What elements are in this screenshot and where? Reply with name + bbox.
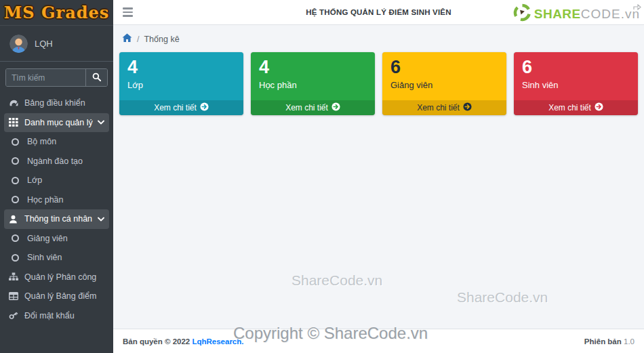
- stat-card-courses: 4 Học phần Xem chi tiết: [251, 52, 375, 115]
- home-icon[interactable]: [122, 33, 132, 45]
- circle-outline-icon: [12, 177, 27, 184]
- breadcrumb-separator: /: [137, 35, 139, 44]
- sidebar-item-major[interactable]: Ngành đào tạo: [4, 152, 109, 171]
- circle-outline-icon: [12, 138, 27, 146]
- circle-outline-icon: [12, 196, 27, 203]
- sidebar-item-course[interactable]: Học phần: [4, 190, 109, 210]
- view-details-link[interactable]: Xem chi tiết: [382, 100, 506, 115]
- breadcrumb-page: Thống kê: [144, 35, 179, 44]
- sidebar-item-label: Quản lý Bảng điểm: [24, 291, 96, 301]
- stat-label: Giảng viên: [390, 80, 498, 90]
- sidebar-item-assignment-management[interactable]: Quản lý Phân công: [4, 268, 109, 287]
- sidebar-item-label: Bảng điều khiển: [24, 98, 85, 108]
- search-icon: [92, 72, 101, 83]
- user-icon: [9, 215, 24, 224]
- version-text: Phiên bản 1.0: [584, 337, 635, 346]
- arrow-circle-right-icon: [200, 102, 209, 113]
- lqhresearch-link[interactable]: LqhResearch.: [192, 337, 243, 346]
- copyright-text: Bản quyền © 2022 LqhResearch.: [123, 337, 244, 346]
- stat-card-classes: 4 Lớp Xem chi tiết: [119, 52, 243, 115]
- watermark-text: ShareCode.vn: [457, 289, 548, 306]
- brand[interactable]: MS Grades: [0, 0, 113, 26]
- sidebar-item-category-management[interactable]: Danh mục quản lý: [4, 113, 109, 133]
- footer: Bản quyền © 2022 LqhResearch. Phiên bản …: [113, 329, 644, 353]
- stat-label: Học phần: [259, 80, 367, 90]
- tachometer-icon: [9, 99, 24, 108]
- view-details-link[interactable]: Xem chi tiết: [119, 100, 243, 115]
- chevron-down-icon: [98, 217, 104, 222]
- view-details-link[interactable]: Xem chi tiết: [514, 100, 638, 115]
- sidebar-item-label: Giảng viên: [27, 234, 68, 243]
- stat-label: Lớp: [127, 80, 235, 90]
- user-avatar: [9, 35, 28, 53]
- sidebar-item-personal-info[interactable]: Thông tin cá nhân: [4, 209, 109, 229]
- chevron-down-icon: [98, 120, 104, 125]
- sidebar-item-dashboard[interactable]: Bảng điều khiển: [4, 94, 109, 113]
- sidebar-item-label: Danh mục quản lý: [24, 118, 93, 127]
- circle-outline-icon: [12, 157, 27, 165]
- sidebar-item-gradebook-management[interactable]: Quản lý Bảng điểm: [4, 287, 109, 306]
- stat-label: Sinh viên: [522, 80, 630, 90]
- circle-outline-icon: [12, 254, 27, 262]
- search-input[interactable]: [6, 69, 85, 86]
- stat-value: 6: [390, 57, 498, 78]
- stat-card-lecturers: 6 Giảng viên Xem chi tiết: [382, 52, 506, 115]
- sidebar-item-label: Bộ môn: [27, 137, 56, 146]
- stat-card-students: 6 Sinh viên Xem chi tiết: [514, 52, 638, 115]
- stat-value: 4: [127, 57, 235, 78]
- app-title: HỆ THỐNG QUẢN LÝ ĐIỂM SINH VIÊN: [113, 8, 644, 16]
- arrow-circle-right-icon: [463, 102, 472, 113]
- grid-icon: [9, 118, 24, 127]
- sidebar-menu: Bảng điều khiển Danh mục quản lý Bộ môn: [0, 91, 113, 328]
- user-name: LQH: [35, 39, 53, 49]
- arrow-circle-right-icon: [331, 102, 340, 113]
- sidebar-toggle-button[interactable]: [121, 5, 134, 20]
- sidebar: MS Grades LQH: [0, 0, 113, 353]
- table-icon: [9, 292, 24, 300]
- circle-outline-icon: [12, 234, 27, 242]
- top-navbar: HỆ THỐNG QUẢN LÝ ĐIỂM SINH VIÊN: [113, 0, 644, 25]
- sidebar-item-lecturer[interactable]: Giảng viên: [4, 229, 109, 249]
- sidebar-item-change-password[interactable]: Đổi mật khẩu: [4, 306, 109, 326]
- sidebar-item-label: Quản lý Phân công: [24, 272, 96, 282]
- user-panel[interactable]: LQH: [0, 26, 113, 62]
- arrow-circle-right-icon: [595, 102, 603, 113]
- key-icon: [9, 311, 24, 320]
- stats-cards: 4 Lớp Xem chi tiết 4 Học phần Xem chi ti…: [119, 52, 638, 115]
- sidebar-item-label: Thông tin cá nhân: [24, 214, 92, 224]
- sitemap-icon: [9, 272, 24, 281]
- sidebar-item-label: Sinh viên: [27, 253, 62, 262]
- sidebar-item-label: Học phần: [27, 195, 64, 205]
- breadcrumb: / Thống kê: [122, 33, 180, 45]
- sidebar-item-label: Ngành đào tạo: [27, 157, 83, 166]
- sidebar-item-student[interactable]: Sinh viên: [4, 248, 109, 268]
- watermark-text: ShareCode.vn: [291, 272, 382, 289]
- sidebar-item-department[interactable]: Bộ môn: [4, 132, 109, 152]
- brand-logo-text: MS Grades: [4, 3, 110, 22]
- sidebar-item-label: Lớp: [27, 175, 42, 185]
- sidebar-item-label: Đổi mật khẩu: [24, 311, 75, 320]
- search-button[interactable]: [85, 69, 107, 86]
- stat-value: 6: [522, 57, 630, 78]
- stat-value: 4: [259, 57, 367, 78]
- view-details-link[interactable]: Xem chi tiết: [251, 100, 375, 115]
- sidebar-search: [5, 68, 108, 87]
- sidebar-item-class[interactable]: Lớp: [4, 171, 109, 190]
